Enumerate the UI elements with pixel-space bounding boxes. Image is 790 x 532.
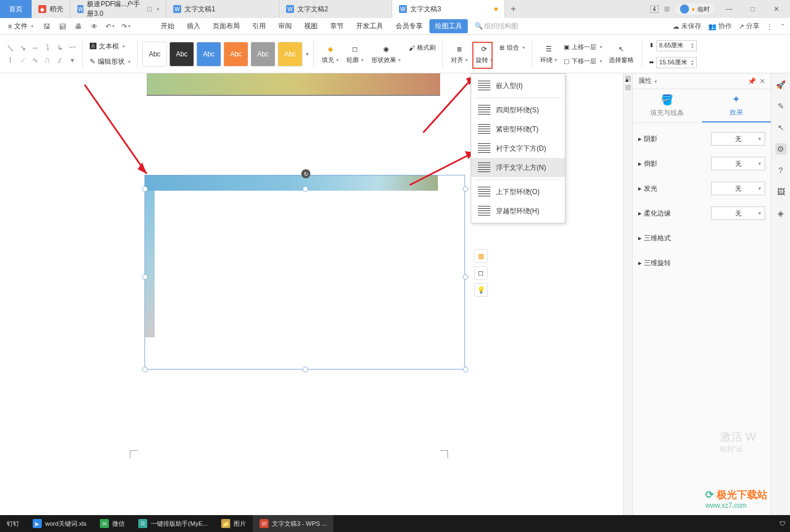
task-wechat[interactable]: ✉微信 <box>93 515 131 532</box>
idea-button[interactable]: 💡 <box>474 283 488 297</box>
softedge-combo[interactable]: 无 <box>711 206 765 220</box>
wrap-tight[interactable]: 紧密型环绕(T) <box>471 120 565 139</box>
effect-reflection[interactable]: ▸ 倒影 <box>638 159 706 169</box>
tray-shield-icon[interactable]: 🛡 <box>779 520 790 527</box>
tab-references[interactable]: 引用 <box>247 19 271 33</box>
help-icon[interactable]: ? <box>775 165 787 176</box>
effect-shadow[interactable]: ▸ 阴影 <box>638 134 706 144</box>
pen-icon[interactable]: ✎ <box>775 100 787 112</box>
tab-view[interactable]: 视图 <box>299 19 323 33</box>
tab-review[interactable]: 审阅 <box>273 19 297 33</box>
rotate-button[interactable]: ⟳旋转▾ <box>472 42 496 65</box>
tab-pdf-manual[interactable]: W 极速PDF编...户手册3.0 ⊡ ▾ <box>71 0 166 18</box>
handle-tl[interactable] <box>142 186 148 192</box>
effect-3d-format[interactable]: ▸ 三维格式 <box>638 234 765 243</box>
tab-chapter[interactable]: 章节 <box>324 19 349 33</box>
wrap-through[interactable]: 穿越型环绕(H) <box>471 201 565 221</box>
wrap-square[interactable]: 四周型环绕(S) <box>471 100 565 120</box>
send-backward-button[interactable]: ▢下移一层▾ <box>561 56 604 67</box>
task-word-xls[interactable]: ▶word关键词.xls <box>26 515 93 532</box>
reflection-combo[interactable]: 无 <box>711 157 765 170</box>
format-painter-button[interactable]: 🖌格式刷 <box>406 42 438 53</box>
pin-icon[interactable]: 📌 <box>748 77 756 85</box>
share-button[interactable]: ↗分享 <box>739 21 760 31</box>
handle-bl[interactable] <box>142 367 148 372</box>
tab-home[interactable]: 首页 <box>0 0 32 18</box>
gallery-icon[interactable]: 🖼 <box>775 186 787 197</box>
tab-members[interactable]: 会员专享 <box>390 19 428 33</box>
preview-icon[interactable]: 👁 <box>89 21 100 32</box>
height-input[interactable]: 8.65厘米▲▼ <box>656 40 697 51</box>
rotate-handle[interactable]: ↻ <box>301 169 310 178</box>
collab-button[interactable]: 👥协作 <box>708 21 732 31</box>
bring-forward-button[interactable]: ▣上移一层▾ <box>561 42 604 52</box>
polyline-icon[interactable]: ⎍ <box>42 55 53 65</box>
wrap-topbottom[interactable]: 上下型环绕(O) <box>471 182 565 201</box>
more-icon[interactable]: ⋮ <box>766 23 773 30</box>
wrap-inline[interactable]: 嵌入型(I) <box>471 76 565 95</box>
curve2-icon[interactable]: ⌇ <box>5 55 16 65</box>
more-shapes-icon[interactable]: ▾ <box>67 55 78 65</box>
edit-shape-button[interactable]: ✎编辑形状▾ <box>87 56 133 68</box>
style-3[interactable]: Abc <box>196 42 221 67</box>
effect-soft-edge[interactable]: ▸ 柔化边缘 <box>638 209 706 218</box>
task-pictures[interactable]: 📁图片 <box>214 515 253 532</box>
side-tab-effect[interactable]: ✦效果 <box>702 89 771 122</box>
freeform-icon[interactable]: ⟋ <box>17 55 28 65</box>
new-tab-button[interactable]: + <box>505 0 521 18</box>
style-1[interactable]: Abc <box>142 42 167 67</box>
tab-doc1[interactable]: W 文字文稿1 <box>166 0 279 18</box>
unsaved-indicator[interactable]: ☁未保存 <box>673 21 701 31</box>
shadow-combo[interactable]: 无 <box>711 132 765 146</box>
tab-doc2[interactable]: W 文字文稿2 <box>279 0 392 18</box>
handle-tm[interactable] <box>302 186 308 192</box>
double-arrow-icon[interactable]: ↔ <box>29 43 41 53</box>
shape-effect-button[interactable]: ◉形状效果▾ <box>368 42 404 65</box>
handle-mr[interactable] <box>463 274 468 280</box>
selection-outline[interactable] <box>144 175 465 370</box>
export-icon[interactable]: 🗟 <box>57 21 68 32</box>
connector-icon[interactable]: ⤵ <box>42 43 53 53</box>
style-2[interactable]: Abc <box>169 42 194 67</box>
file-menu[interactable]: ≡ 文件▾ <box>5 20 37 32</box>
group-button[interactable]: ⊞组合▾ <box>497 42 527 53</box>
save-icon[interactable]: 🖫 <box>41 21 52 32</box>
tab-page-layout[interactable]: 页面布局 <box>207 19 245 33</box>
diamond-icon[interactable]: ◈ <box>775 208 787 219</box>
tab-start[interactable]: 开始 <box>155 19 180 33</box>
handle-br[interactable] <box>463 367 468 372</box>
line-icon[interactable]: ＼ <box>5 43 16 53</box>
outline-button[interactable]: ◻轮廓▾ <box>343 42 367 65</box>
polyline2-icon[interactable]: ⎎ <box>54 55 65 65</box>
close-panel-icon[interactable]: ✕ <box>760 77 765 85</box>
collapse-ribbon-icon[interactable]: ⌃ <box>780 23 785 30</box>
crop-button[interactable]: ◻ <box>474 266 488 280</box>
style-6[interactable]: Abc <box>278 42 302 67</box>
rocket-icon[interactable]: 🚀 <box>775 79 787 90</box>
undo-icon[interactable]: ↶▾ <box>104 21 116 32</box>
tab-drawing-tools[interactable]: 绘图工具 <box>429 19 468 33</box>
handle-bm[interactable] <box>302 367 308 372</box>
tab-daoke[interactable]: ◆ 稻壳 <box>32 0 71 18</box>
width-input[interactable]: 15.56厘米▲▼ <box>656 57 697 68</box>
tab-insert[interactable]: 插入 <box>181 19 206 33</box>
style-5[interactable]: Abc <box>251 42 275 67</box>
curve-icon[interactable]: 〰 <box>67 43 78 53</box>
maximize-button[interactable]: □ <box>744 5 762 13</box>
handle-tr[interactable] <box>463 186 468 192</box>
wrap-front[interactable]: 浮于文字上方(N) <box>471 158 565 177</box>
elbow-icon[interactable]: ↳ <box>54 43 65 53</box>
styles-more-icon[interactable]: ▾ <box>306 51 309 57</box>
effect-3d-rotate[interactable]: ▸ 三维旋转 <box>638 258 765 268</box>
align-button[interactable]: ≣对齐▾ <box>447 42 471 65</box>
account-pill[interactable]: ● 临时 <box>675 3 714 15</box>
tab-org-chart[interactable]: 🔍组织结构图 <box>469 19 524 33</box>
select-icon[interactable]: ↖ <box>775 122 787 133</box>
task-dingtalk[interactable]: 钉钉 <box>0 515 26 532</box>
ruler-top-icon[interactable]: ▴ <box>625 76 631 81</box>
settings-icon[interactable]: ⚙ <box>775 143 787 155</box>
apps-icon[interactable]: ⊞ <box>664 5 670 13</box>
minimize-button[interactable]: — <box>720 5 738 13</box>
wrap-behind[interactable]: 衬于文字下方(D) <box>471 139 565 158</box>
tab-developer[interactable]: 开发工具 <box>350 19 389 33</box>
